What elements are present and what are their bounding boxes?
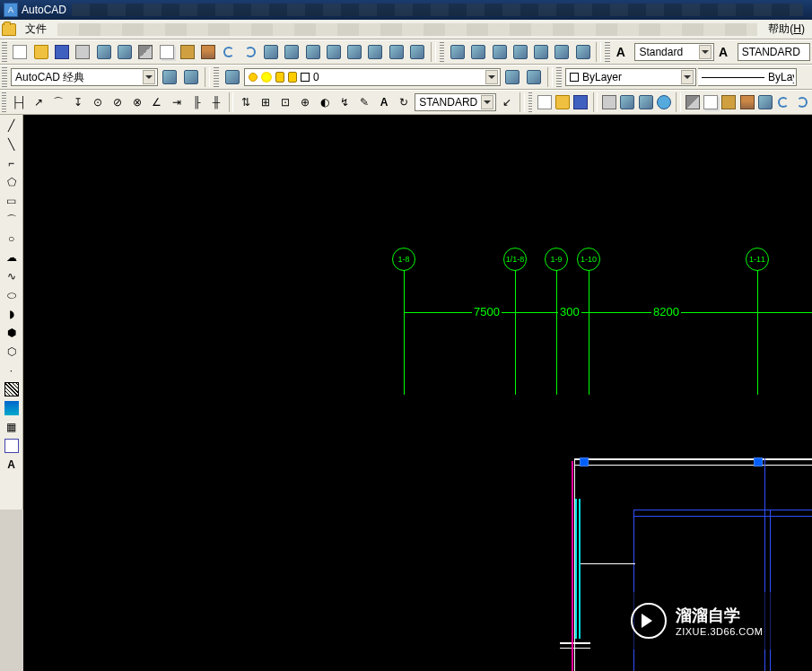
workspace-settings-button[interactable]: [160, 67, 179, 87]
zoom-win-button[interactable]: [303, 42, 322, 62]
tool-palettes-button[interactable]: [387, 42, 406, 62]
circle-button[interactable]: ○: [2, 230, 22, 248]
publish-button[interactable]: [115, 42, 134, 62]
dim-aligned-button[interactable]: ↗: [30, 92, 48, 112]
toolbar-grip[interactable]: [2, 67, 7, 87]
textstyle-select-2[interactable]: STANDARD: [738, 43, 810, 61]
textstyle-select-1[interactable]: Standard: [634, 43, 714, 61]
dim-linear-button[interactable]: ├┤: [10, 92, 28, 112]
std-match-button[interactable]: [739, 92, 755, 112]
copy-button[interactable]: [157, 42, 176, 62]
toolbar-grip[interactable]: [2, 42, 7, 62]
textstyle-tool-button[interactable]: A: [614, 42, 633, 62]
dim-ordinate-button[interactable]: ↧: [69, 92, 87, 112]
dim-baseline-button[interactable]: ╟: [188, 92, 205, 112]
dim-edit-button[interactable]: ✎: [355, 92, 373, 112]
new-button[interactable]: [11, 42, 30, 62]
zoom-button-7[interactable]: [573, 42, 592, 62]
revcloud-button[interactable]: ☁: [2, 248, 22, 266]
paste-button[interactable]: [178, 42, 196, 62]
dim-update-button[interactable]: ↻: [395, 92, 413, 112]
undo-button[interactable]: [220, 42, 239, 62]
dim-continue-button[interactable]: ╫: [207, 92, 225, 112]
dim-angular-button[interactable]: ∠: [148, 92, 166, 112]
layer-select[interactable]: 0: [244, 68, 501, 86]
dim-center-button[interactable]: ⊕: [296, 92, 314, 112]
open-button[interactable]: [31, 42, 50, 62]
std-paste-button[interactable]: [720, 92, 737, 112]
std-erase-button[interactable]: [757, 92, 773, 112]
properties-button[interactable]: [345, 42, 364, 62]
dim-jogged-button[interactable]: ⊘: [109, 92, 127, 112]
region-button[interactable]: ▦: [2, 418, 22, 436]
design-center-button[interactable]: [366, 42, 385, 62]
dim-radius-button[interactable]: ⊙: [89, 92, 107, 112]
std-georef-button[interactable]: [656, 92, 672, 112]
xline-button[interactable]: ╲: [2, 135, 22, 153]
dim-inspect-button[interactable]: ◐: [316, 92, 334, 112]
polyline-button[interactable]: ⌐: [2, 154, 22, 172]
std-redo-button[interactable]: [794, 92, 810, 112]
std-undo-button[interactable]: [775, 92, 791, 112]
layer-prev-button[interactable]: [502, 67, 522, 87]
dim-break-button[interactable]: ⊞: [257, 92, 275, 112]
std-open-button[interactable]: [554, 92, 571, 112]
insert-block-button[interactable]: ⬢: [2, 324, 22, 342]
make-block-button[interactable]: ⬡: [2, 343, 22, 361]
zoom-button-1[interactable]: [448, 42, 467, 62]
selection-handle[interactable]: [580, 458, 589, 466]
workspace-select[interactable]: AutoCAD 经典: [11, 68, 158, 86]
folder-icon[interactable]: [2, 23, 16, 36]
menu-help[interactable]: 帮助(H): [763, 20, 810, 39]
toolbar-grip[interactable]: [2, 92, 6, 112]
gradient-button[interactable]: [2, 399, 22, 417]
dimstyle-select[interactable]: STANDARD: [415, 93, 496, 111]
match-button[interactable]: [198, 42, 217, 62]
std-preview-button[interactable]: [619, 92, 635, 112]
std-save-button[interactable]: [572, 92, 589, 112]
toolbar-grip[interactable]: [214, 67, 219, 87]
dim-jog-line-button[interactable]: ↯: [336, 92, 354, 112]
dim-style-button[interactable]: ↙: [498, 92, 516, 112]
plot-preview-button[interactable]: [94, 42, 113, 62]
arc-button[interactable]: ⌒: [2, 211, 22, 229]
std-print-button[interactable]: [601, 92, 617, 112]
cut-button[interactable]: [136, 42, 155, 62]
std-cut-button[interactable]: [685, 92, 701, 112]
lineweight-select[interactable]: ByLayer: [698, 68, 797, 86]
dim-text-button[interactable]: A: [375, 92, 393, 112]
toolbar-grip[interactable]: [556, 67, 562, 87]
selection-handle[interactable]: [754, 458, 763, 466]
layer-manager-button[interactable]: [223, 67, 242, 87]
color-select[interactable]: ByLayer: [565, 68, 696, 86]
drawing-canvas[interactable]: 1-81/1-81-91-101-1175003008200 溜溜自学 ZIXU…: [23, 115, 812, 671]
dim-space-button[interactable]: ⇅: [237, 92, 255, 112]
menu-file[interactable]: 文件: [20, 20, 52, 39]
mtext-button[interactable]: A: [2, 456, 22, 474]
workspace-save-button[interactable]: [181, 67, 201, 87]
zoom-prev-button[interactable]: [324, 42, 343, 62]
zoom-button-3[interactable]: [490, 42, 509, 62]
line-button[interactable]: ╱: [2, 117, 22, 135]
toolbar-grip[interactable]: [440, 42, 445, 62]
layer-state-button[interactable]: [524, 67, 544, 87]
table-button[interactable]: [2, 437, 22, 455]
print-button[interactable]: [74, 42, 92, 62]
hatch-button[interactable]: [2, 380, 22, 398]
sheet-set-button[interactable]: [407, 42, 426, 62]
zoom-rt-button[interactable]: [283, 42, 301, 62]
ellipse-arc-button[interactable]: ◗: [2, 305, 22, 323]
dim-arc-button[interactable]: ⌒: [49, 92, 67, 112]
std-publish-button[interactable]: [638, 92, 654, 112]
zoom-button-2[interactable]: [469, 42, 488, 62]
textstyle-tool-button-2[interactable]: A: [716, 42, 735, 62]
point-button[interactable]: ·: [2, 362, 22, 379]
polygon-button[interactable]: ⬠: [2, 173, 22, 191]
toolbar-grip[interactable]: [528, 92, 533, 112]
dim-tolerance-button[interactable]: ⊡: [276, 92, 294, 112]
pan-button[interactable]: [261, 42, 280, 62]
dim-diameter-button[interactable]: ⊗: [128, 92, 146, 112]
std-new-button[interactable]: [536, 92, 552, 112]
spline-button[interactable]: ∿: [2, 267, 22, 285]
std-copy-button[interactable]: [703, 92, 719, 112]
